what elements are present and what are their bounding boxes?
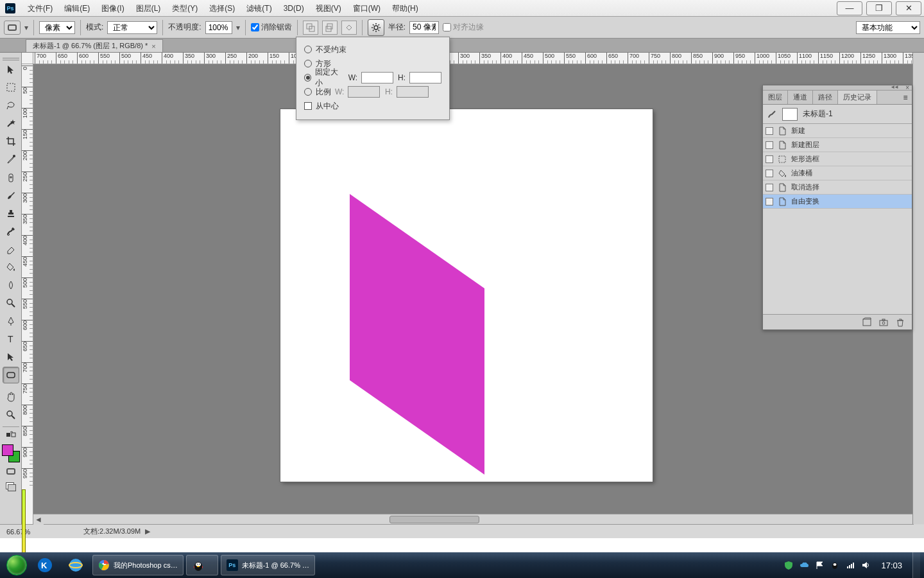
panel-menu-icon[interactable]: ≡ [899, 91, 912, 104]
close-tab-icon[interactable]: × [151, 42, 155, 50]
scroll-left-icon[interactable]: ◄ [33, 514, 44, 525]
task-qq[interactable] [186, 555, 218, 575]
right-dock-collapsed[interactable] [912, 53, 924, 524]
tray-network-icon[interactable] [845, 560, 855, 570]
tray-flag-icon[interactable] [814, 560, 825, 570]
panel-close-icon[interactable]: × [905, 84, 909, 91]
move-tool[interactable] [3, 61, 19, 78]
document-canvas[interactable] [280, 109, 653, 482]
tray-security-icon[interactable] [783, 560, 794, 570]
align-edges-checkbox[interactable]: 对齐边缘 [443, 22, 484, 33]
dodge-tool[interactable] [3, 295, 19, 311]
snapshot-icon[interactable] [878, 317, 889, 328]
type-tool[interactable]: T [3, 331, 19, 347]
workspace-switcher[interactable]: 基本功能 [856, 21, 920, 34]
history-row[interactable]: 新建 [763, 124, 912, 138]
hand-tool[interactable] [3, 389, 19, 405]
menu-select[interactable]: 选择(S) [203, 0, 241, 17]
history-row-toggle[interactable] [766, 184, 773, 191]
panel-grip[interactable]: × [763, 85, 912, 91]
marquee-tool[interactable] [3, 79, 19, 96]
lasso-tool[interactable] [3, 97, 19, 114]
pathop-combine-button[interactable] [303, 21, 318, 35]
start-button[interactable] [4, 552, 30, 578]
antialias-check-icon[interactable] [251, 23, 259, 31]
status-flyout-icon[interactable]: ▶ [143, 527, 150, 535]
history-row-toggle[interactable] [766, 141, 773, 149]
menu-layer[interactable]: 图层(L) [130, 0, 167, 17]
menu-3d[interactable]: 3D(D) [278, 0, 310, 17]
menu-type[interactable]: 类型(Y) [166, 0, 203, 17]
pathop-subtract-button[interactable] [322, 21, 338, 35]
fill-unit-select[interactable]: 像素 [39, 21, 75, 34]
menu-edit[interactable]: 编辑(E) [58, 0, 96, 17]
fixed-h-input[interactable] [409, 72, 441, 83]
pinned-ie-icon[interactable] [61, 555, 90, 575]
history-brush-source-icon[interactable] [767, 109, 777, 119]
menu-filter[interactable]: 滤镜(T) [241, 0, 277, 17]
history-row-toggle[interactable] [766, 198, 773, 206]
crop-tool[interactable] [3, 133, 19, 150]
tab-layers[interactable]: 图层 [763, 91, 788, 104]
radius-input[interactable] [409, 21, 439, 34]
foreground-swatch[interactable] [2, 444, 13, 456]
opt-unconstrained[interactable]: 不受约束 [304, 44, 346, 55]
horizontal-ruler[interactable]: 7006506005505004504003503002502001501005… [33, 53, 924, 64]
history-row[interactable]: 取消选择 [763, 180, 912, 195]
opt-proportional[interactable]: 比例 [304, 87, 331, 98]
pen-tool[interactable] [3, 313, 19, 329]
screenmode-toggle[interactable] [3, 480, 19, 493]
toolbox-grip-icon[interactable] [3, 55, 19, 60]
document-tab[interactable]: 未标题-1 @ 66.7% (图层 1, RGB/8) * × [26, 39, 163, 52]
menu-image[interactable]: 图像(I) [96, 0, 130, 17]
minimize-button[interactable]: — [837, 1, 862, 15]
history-row-toggle[interactable] [766, 155, 773, 163]
color-swatches[interactable] [2, 444, 20, 462]
scroll-thumb[interactable] [389, 516, 479, 523]
task-chrome[interactable]: 我的Photoshop cs… [92, 555, 184, 575]
history-row-toggle[interactable] [766, 170, 773, 177]
menu-view[interactable]: 视图(V) [310, 0, 347, 17]
tray-clock[interactable]: 17:03 [876, 561, 907, 570]
zoom-level[interactable]: 66.67% [6, 528, 64, 536]
eyedropper-tool[interactable] [3, 151, 19, 168]
tray-qq-icon[interactable] [830, 560, 840, 570]
history-snapshot[interactable]: 未标题-1 [763, 105, 912, 124]
history-row-toggle[interactable] [766, 127, 773, 135]
opt-from-center[interactable]: 从中心 [304, 101, 339, 112]
eraser-tool[interactable] [3, 241, 19, 258]
antialias-checkbox[interactable]: 消除锯齿 [251, 22, 292, 33]
show-desktop-button[interactable] [912, 552, 920, 578]
vertical-ruler[interactable]: 0501001502002503003504004505005506006507… [22, 64, 33, 524]
zoom-tool[interactable] [3, 407, 19, 423]
align-edges-check-icon[interactable] [443, 23, 451, 31]
history-row[interactable]: 油漆桶 [763, 166, 912, 180]
pathop-intersect-button[interactable] [341, 21, 357, 35]
swap-colors-icon[interactable] [3, 430, 19, 440]
pinned-kugou-icon[interactable]: K [30, 555, 60, 575]
maximize-button[interactable]: ❐ [866, 1, 892, 15]
bucket-tool[interactable] [3, 259, 19, 276]
history-row[interactable]: 新建图层 [763, 138, 912, 152]
geometry-options-button[interactable] [368, 19, 384, 36]
create-doc-from-state-icon[interactable] [862, 317, 872, 328]
menu-help[interactable]: 帮助(H) [386, 0, 424, 17]
path-select-tool[interactable] [3, 349, 19, 365]
menu-window[interactable]: 窗口(W) [347, 0, 386, 17]
tab-channels[interactable]: 通道 [788, 91, 813, 104]
trash-icon[interactable] [895, 317, 905, 328]
healing-tool[interactable] [3, 169, 19, 186]
history-brush-tool[interactable] [3, 223, 19, 240]
quickmask-toggle[interactable] [3, 465, 19, 478]
menu-file[interactable]: 文件(F) [22, 0, 58, 17]
tab-history[interactable]: 历史记录 [838, 91, 877, 104]
task-photoshop[interactable]: Ps 未标题-1 @ 66.7% … [221, 555, 315, 575]
brush-tool[interactable] [3, 187, 19, 204]
close-button[interactable]: ✕ [896, 1, 921, 15]
history-row[interactable]: 矩形选框 [763, 152, 912, 166]
tab-paths[interactable]: 路径 [813, 91, 838, 104]
stamp-tool[interactable] [3, 205, 19, 222]
tray-cloud-icon[interactable] [799, 560, 809, 570]
horizontal-scrollbar[interactable]: ◄ ► [33, 514, 924, 524]
magic-wand-tool[interactable] [3, 115, 19, 132]
